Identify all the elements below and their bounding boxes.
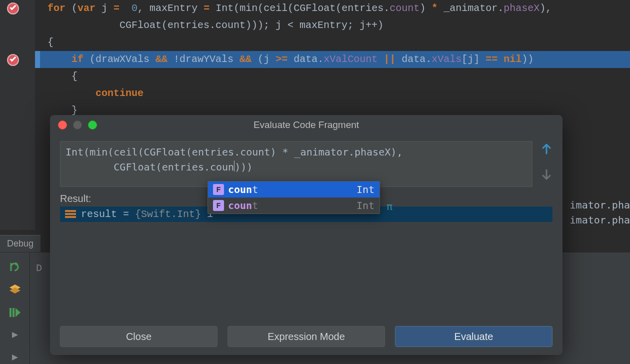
code-line: {	[35, 68, 630, 85]
rerun-icon[interactable]	[8, 260, 22, 274]
editor-gutter	[0, 0, 35, 230]
field-badge-icon: F	[213, 184, 224, 195]
pi-icon[interactable]: π	[386, 200, 392, 212]
debug-toolbar	[0, 252, 30, 364]
window-controls	[50, 120, 97, 130]
svg-rect-0	[10, 308, 12, 317]
autocomplete-item[interactable]: F count Int	[208, 182, 380, 198]
struct-icon	[65, 210, 76, 219]
breakpoint-icon[interactable]	[7, 2, 19, 14]
breakpoint-icon[interactable]	[7, 54, 19, 66]
dialog-titlebar: Evaluate Code Fragment	[50, 115, 562, 135]
autocomplete-type: Int	[356, 200, 374, 212]
evaluate-dialog: Evaluate Code Fragment Int(min(ceil(CGFl…	[50, 115, 562, 355]
evaluate-button[interactable]: Evaluate	[395, 326, 552, 347]
field-badge-icon: F	[213, 200, 224, 211]
autocomplete-popup: F count Int F count Int π	[208, 181, 380, 214]
background-code-peek: imator.pha imator.pha	[570, 198, 630, 228]
expression-mode-button[interactable]: Expression Mode	[228, 326, 385, 347]
close-window-icon[interactable]	[58, 120, 67, 130]
history-up-icon[interactable]	[540, 143, 552, 158]
code-line: for (var j = 0, maxEntry = Int(min(ceil(…	[35, 0, 630, 17]
dialog-buttons: Close Expression Mode Evaluate	[60, 326, 552, 347]
code-line: CGFloat(entries.count))); j < maxEntry; …	[35, 17, 630, 34]
step-icon[interactable]	[8, 350, 22, 364]
code-line: {	[35, 34, 630, 51]
step-icon[interactable]	[8, 328, 22, 342]
svg-rect-1	[12, 308, 14, 317]
debug-tab[interactable]: Debug	[0, 235, 40, 252]
code-line: continue	[35, 85, 630, 102]
maximize-window-icon[interactable]	[88, 120, 97, 130]
frames-icon[interactable]	[8, 283, 22, 296]
autocomplete-item[interactable]: F count Int	[208, 198, 380, 214]
dialog-title: Evaluate Code Fragment	[50, 120, 562, 130]
autocomplete-name: count	[228, 200, 258, 212]
result-area: result = {Swift.Int} 1	[60, 206, 552, 286]
history-down-icon[interactable]	[540, 168, 552, 184]
code-line-current: if (drawXVals && !drawYVals && (j >= dat…	[35, 51, 630, 68]
resume-icon[interactable]	[8, 306, 22, 319]
history-arrows	[540, 141, 552, 187]
minimize-window-icon[interactable]	[73, 120, 82, 130]
expression-input[interactable]: Int(min(ceil(CGFloat(entries.count) * _a…	[60, 141, 532, 187]
autocomplete-type: Int	[356, 184, 374, 196]
result-text: result = {Swift.Int} 1	[81, 208, 213, 220]
autocomplete-name: count	[228, 184, 258, 196]
close-button[interactable]: Close	[60, 326, 218, 347]
